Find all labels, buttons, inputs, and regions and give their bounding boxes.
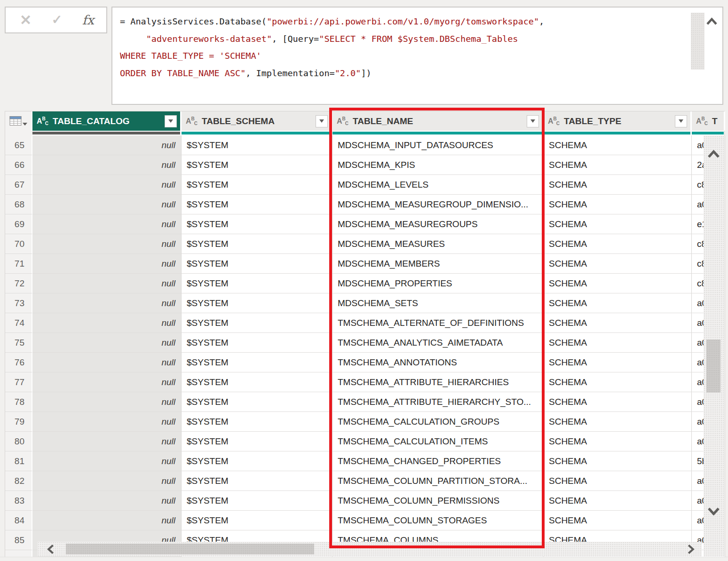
cell-name[interactable]: TMSCHEMA_ATTRIBUTE_HIERARCHY_STO...: [332, 392, 544, 412]
scroll-down-chevron-icon[interactable]: [707, 506, 720, 515]
cell-catalog[interactable]: null: [32, 392, 182, 412]
horizontal-scrollbar[interactable]: [38, 542, 702, 556]
cell-name[interactable]: TMSCHEMA_CHANGED_PROPERTIES: [332, 451, 544, 471]
cell-type[interactable]: SCHEMA: [544, 234, 692, 254]
cell-catalog[interactable]: null: [32, 135, 182, 155]
cell-catalog[interactable]: null: [32, 412, 182, 432]
cell-name[interactable]: TMSCHEMA_CALCULATION_ITEMS: [332, 432, 544, 451]
column-header-table-guid-partial[interactable]: ABC T: [692, 111, 725, 131]
cell-name[interactable]: TMSCHEMA_ANALYTICS_AIMETADATA: [332, 333, 544, 353]
cell-catalog[interactable]: null: [32, 214, 182, 234]
cell-schema[interactable]: $SYSTEM: [182, 195, 332, 214]
column-header-table-catalog[interactable]: ABC TABLE_CATALOG: [32, 111, 182, 131]
cell-name[interactable]: MDSCHEMA_MEASURES: [332, 234, 544, 254]
vertical-scrollbar-thumb[interactable]: [706, 340, 720, 393]
cell-schema[interactable]: $SYSTEM: [182, 175, 332, 195]
horizontal-scrollbar-thumb[interactable]: [66, 544, 314, 554]
cell-catalog[interactable]: null: [32, 234, 182, 254]
cell-name[interactable]: MDSCHEMA_MEASUREGROUPS: [332, 214, 544, 234]
cell-schema[interactable]: $SYSTEM: [182, 214, 332, 234]
cell-schema[interactable]: $SYSTEM: [182, 432, 332, 451]
select-all-table-button[interactable]: [5, 111, 32, 131]
fx-add-step-icon[interactable]: fx: [82, 14, 94, 26]
cell-schema[interactable]: $SYSTEM: [182, 135, 332, 155]
cell-schema[interactable]: $SYSTEM: [182, 155, 332, 175]
filter-dropdown-button[interactable]: [527, 115, 539, 127]
cell-name[interactable]: TMSCHEMA_COLUMN_PARTITION_STORA...: [332, 471, 544, 491]
cell-type[interactable]: SCHEMA: [544, 451, 692, 471]
filter-dropdown-button[interactable]: [675, 115, 687, 127]
filter-dropdown-button[interactable]: [316, 115, 328, 127]
cell-type[interactable]: SCHEMA: [544, 214, 692, 234]
cell-type[interactable]: SCHEMA: [544, 491, 692, 511]
cell-catalog[interactable]: null: [32, 293, 182, 313]
cell-type[interactable]: SCHEMA: [544, 274, 692, 293]
cell-schema[interactable]: $SYSTEM: [182, 313, 332, 333]
cell-schema[interactable]: $SYSTEM: [182, 333, 332, 353]
cell-name[interactable]: MDSCHEMA_MEASUREGROUP_DIMENSIO...: [332, 195, 544, 214]
cell-name[interactable]: MDSCHEMA_PROPERTIES: [332, 274, 544, 293]
vertical-scrollbar[interactable]: [704, 135, 725, 556]
cell-catalog[interactable]: null: [32, 471, 182, 491]
cell-catalog[interactable]: null: [32, 313, 182, 333]
cell-name[interactable]: MDSCHEMA_MEMBERS: [332, 254, 544, 274]
cell-schema[interactable]: $SYSTEM: [182, 491, 332, 511]
column-header-table-schema[interactable]: ABC TABLE_SCHEMA: [182, 111, 332, 131]
cancel-icon[interactable]: ✕: [20, 13, 32, 27]
cell-name[interactable]: MDSCHEMA_INPUT_DATASOURCES: [332, 135, 544, 155]
cell-type[interactable]: SCHEMA: [544, 333, 692, 353]
cell-type[interactable]: SCHEMA: [544, 195, 692, 214]
cell-schema[interactable]: $SYSTEM: [182, 293, 332, 313]
cell-name[interactable]: TMSCHEMA_ALTERNATE_OF_DEFINITIONS: [332, 313, 544, 333]
cell-catalog[interactable]: null: [32, 274, 182, 293]
cell-type[interactable]: SCHEMA: [544, 175, 692, 195]
cell-type[interactable]: SCHEMA: [544, 313, 692, 333]
cell-catalog[interactable]: null: [32, 432, 182, 451]
scroll-left-chevron-icon[interactable]: [46, 544, 55, 554]
cell-type[interactable]: SCHEMA: [544, 254, 692, 274]
cell-catalog[interactable]: null: [32, 511, 182, 530]
formula-input[interactable]: = AnalysisServices.Database("powerbi://a…: [111, 7, 723, 105]
confirm-icon[interactable]: ✓: [52, 14, 63, 26]
cell-type[interactable]: SCHEMA: [544, 511, 692, 530]
cell-name[interactable]: MDSCHEMA_SETS: [332, 293, 544, 313]
cell-schema[interactable]: $SYSTEM: [182, 372, 332, 392]
cell-type[interactable]: SCHEMA: [544, 392, 692, 412]
cell-type[interactable]: SCHEMA: [544, 372, 692, 392]
cell-name[interactable]: TMSCHEMA_COLUMN_STORAGES: [332, 511, 544, 530]
cell-type[interactable]: SCHEMA: [544, 432, 692, 451]
cell-type[interactable]: SCHEMA: [544, 412, 692, 432]
cell-type[interactable]: SCHEMA: [544, 353, 692, 372]
cell-schema[interactable]: $SYSTEM: [182, 412, 332, 432]
cell-schema[interactable]: $SYSTEM: [182, 471, 332, 491]
cell-type[interactable]: SCHEMA: [544, 135, 692, 155]
cell-type[interactable]: SCHEMA: [544, 471, 692, 491]
column-header-table-type[interactable]: ABC TABLE_TYPE: [544, 111, 692, 131]
cell-name[interactable]: MDSCHEMA_KPIS: [332, 155, 544, 175]
cell-catalog[interactable]: null: [32, 353, 182, 372]
cell-schema[interactable]: $SYSTEM: [182, 353, 332, 372]
cell-name[interactable]: TMSCHEMA_COLUMN_PERMISSIONS: [332, 491, 544, 511]
cell-schema[interactable]: $SYSTEM: [182, 254, 332, 274]
scroll-right-chevron-icon[interactable]: [686, 544, 695, 554]
cell-catalog[interactable]: null: [32, 491, 182, 511]
column-header-table-name[interactable]: ABC TABLE_NAME: [332, 111, 544, 131]
scroll-up-chevron-icon[interactable]: [707, 150, 720, 158]
cell-name[interactable]: TMSCHEMA_ATTRIBUTE_HIERARCHIES: [332, 372, 544, 392]
cell-schema[interactable]: $SYSTEM: [182, 511, 332, 530]
cell-catalog[interactable]: null: [32, 451, 182, 471]
cell-schema[interactable]: $SYSTEM: [182, 392, 332, 412]
cell-type[interactable]: SCHEMA: [544, 155, 692, 175]
cell-catalog[interactable]: null: [32, 372, 182, 392]
formula-collapse-chevron-icon[interactable]: [706, 17, 718, 25]
cell-schema[interactable]: $SYSTEM: [182, 451, 332, 471]
filter-dropdown-button[interactable]: [165, 115, 177, 127]
cell-schema[interactable]: $SYSTEM: [182, 234, 332, 254]
cell-name[interactable]: MDSCHEMA_LEVELS: [332, 175, 544, 195]
cell-schema[interactable]: $SYSTEM: [182, 274, 332, 293]
cell-type[interactable]: SCHEMA: [544, 293, 692, 313]
cell-name[interactable]: TMSCHEMA_ANNOTATIONS: [332, 353, 544, 372]
cell-catalog[interactable]: null: [32, 175, 182, 195]
cell-catalog[interactable]: null: [32, 195, 182, 214]
cell-catalog[interactable]: null: [32, 333, 182, 353]
